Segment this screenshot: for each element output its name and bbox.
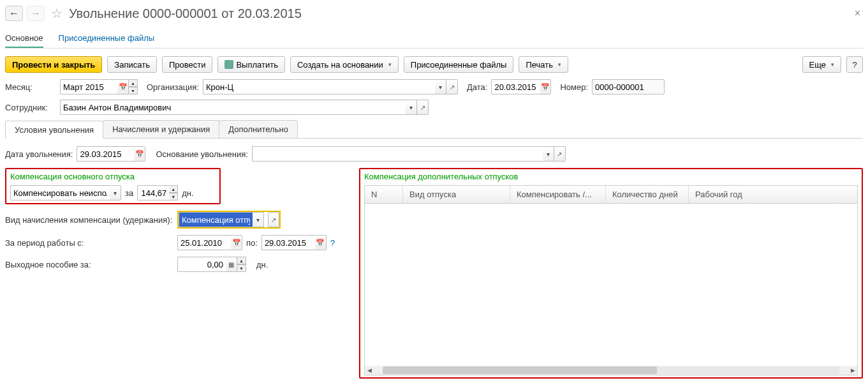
comp-main-title: Компенсация основного отпуска [10, 172, 216, 181]
period-from-input[interactable] [177, 235, 231, 250]
org-dropdown-icon[interactable]: ▾ [435, 79, 446, 94]
severance-calc-icon[interactable]: ▦ [226, 257, 237, 272]
date-input[interactable] [491, 79, 540, 94]
col-type: Вид отпуска [403, 186, 510, 203]
org-label: Организация: [147, 82, 199, 92]
severance-down[interactable]: ▼ [237, 264, 246, 272]
accrual-type-input[interactable] [179, 212, 253, 227]
za-label: за [125, 188, 133, 198]
col-days: Количество дней [606, 186, 689, 203]
create-based-button[interactable]: Создать на основании [290, 56, 399, 73]
accrual-type-dropdown-icon[interactable]: ▾ [253, 212, 264, 227]
money-icon [224, 60, 233, 69]
month-down[interactable]: ▼ [129, 87, 138, 94]
subtab-additional[interactable]: Дополнительно [219, 120, 298, 138]
reason-label: Основание увольнения: [156, 149, 247, 159]
employee-open-icon[interactable] [417, 100, 429, 115]
reason-input[interactable] [252, 146, 543, 162]
date-calendar-icon[interactable] [540, 79, 551, 94]
accrual-type-highlight: ▾ [177, 211, 281, 229]
close-icon[interactable]: × [852, 5, 863, 22]
forward-button[interactable]: → [27, 6, 45, 21]
org-open-icon[interactable] [446, 79, 458, 94]
main-compensation-box: Компенсация основного отпуска ▾ за ▲▼ дн… [5, 168, 221, 204]
post-button[interactable]: Провести [162, 56, 213, 73]
additional-compensation-box: Компенсация дополнительных отпусков N Ви… [359, 168, 863, 379]
col-year: Рабочий год [689, 186, 857, 203]
days-input[interactable] [137, 185, 169, 200]
period-to-input[interactable] [261, 235, 315, 250]
employee-dropdown-icon[interactable]: ▾ [406, 100, 417, 115]
month-label: Месяц: [5, 82, 56, 92]
pay-button[interactable]: Выплатить [217, 56, 285, 73]
additional-vacation-table[interactable]: N Вид отпуска Компенсировать /... Количе… [364, 185, 858, 375]
severance-dn-label: дн. [256, 260, 268, 269]
dismiss-date-input[interactable] [77, 146, 134, 162]
org-input[interactable] [203, 79, 435, 94]
month-calendar-icon[interactable] [117, 79, 129, 94]
severance-input[interactable] [177, 257, 226, 272]
attached-files-button[interactable]: Присоединенные файлы [404, 56, 514, 73]
help-button[interactable]: ? [846, 56, 863, 73]
reason-dropdown-icon[interactable]: ▾ [543, 146, 554, 162]
dismiss-date-calendar-icon[interactable] [134, 146, 145, 162]
period-label: За период работы с: [5, 238, 173, 248]
print-button[interactable]: Печать [519, 56, 568, 73]
month-input[interactable] [60, 79, 117, 94]
back-button[interactable]: ← [5, 6, 23, 21]
comp-add-title: Компенсация дополнительных отпусков [364, 172, 858, 181]
subtab-accruals[interactable]: Начисления и удержания [103, 120, 219, 138]
subtab-conditions[interactable]: Условия увольнения [5, 121, 103, 139]
comp-mode-dropdown-icon[interactable]: ▾ [110, 185, 121, 200]
period-to-calendar-icon[interactable] [315, 235, 327, 250]
save-button[interactable]: Записать [107, 56, 157, 73]
num-label: Номер: [560, 82, 588, 92]
employee-input[interactable] [60, 100, 406, 115]
col-comp: Компенсировать /... [510, 186, 606, 203]
severance-label: Выходное пособие за: [5, 260, 173, 269]
more-button[interactable]: Еще [802, 56, 841, 73]
col-n: N [365, 186, 403, 203]
period-help-icon[interactable]: ? [330, 238, 335, 248]
po-label: по: [246, 238, 258, 248]
days-up[interactable]: ▲ [169, 185, 178, 193]
month-up[interactable]: ▲ [129, 79, 138, 87]
employee-label: Сотрудник: [5, 103, 56, 112]
days-down[interactable]: ▼ [169, 193, 178, 200]
accrual-type-open-icon[interactable] [268, 212, 279, 227]
period-from-calendar-icon[interactable] [231, 235, 242, 250]
severance-up[interactable]: ▲ [237, 257, 246, 264]
table-h-scrollbar[interactable]: ◀ ▶ [365, 366, 857, 375]
tab-main[interactable]: Основное [5, 29, 43, 48]
comp-mode-input[interactable] [10, 185, 110, 200]
dn-label: дн. [182, 188, 193, 198]
reason-open-icon[interactable] [554, 146, 566, 162]
number-input[interactable] [592, 79, 665, 94]
date-label: Дата: [467, 82, 487, 92]
favorite-star-icon[interactable]: ☆ [51, 6, 63, 21]
post-and-close-button[interactable]: Провести и закрыть [5, 56, 102, 73]
accrual-type-label: Вид начисления компенсации (удержания): [5, 215, 173, 225]
page-title: Увольнение 0000-000001 от 20.03.2015 [69, 6, 302, 21]
dismiss-date-label: Дата увольнения: [5, 149, 73, 159]
tab-files[interactable]: Присоединенные файлы [59, 29, 155, 48]
